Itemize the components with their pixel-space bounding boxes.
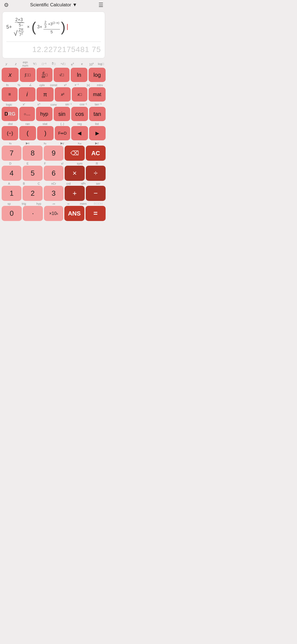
expr-5: 5+ [6,24,12,30]
btn-neg[interactable]: (−) [2,126,18,140]
btn-1[interactable]: 1 [2,186,21,201]
btn-x-squared[interactable]: x² [55,87,71,102]
label-angle: ∠ [25,83,36,87]
btn-equals-box[interactable]: ≡ [2,87,18,102]
label-ser: ser [91,182,106,185]
label-10x: 10x [87,62,96,66]
label-frac-icon: ⅟□ [30,62,39,66]
btn-4[interactable]: 4 [2,166,21,181]
label-ran: ran [19,122,36,125]
btn-ac[interactable]: AC [86,146,106,161]
expr-frac2: 2 3 +3(2−π) 5 [43,20,60,34]
btn-frac-dec[interactable]: F⇔D [55,126,70,140]
btn-6[interactable]: 6 [44,166,64,181]
btn-x-power[interactable]: x□ [72,87,88,102]
label-stat: stat [36,122,54,125]
label-logbox: log□ [96,62,106,66]
label-conv: conv [46,103,61,106]
label-z: z [11,62,20,66]
menu-icon[interactable]: ☰ [98,2,103,8]
label-cbrt: ∛□ [49,62,58,66]
label-dist: dist [2,122,19,125]
label-row-7: A B C nCr crd nPr ser [0,181,107,185]
label-ncr: nCr [46,182,61,185]
btn-row-7: 1 2 3 + − [0,185,107,201]
btn-pi[interactable]: π [37,87,54,102]
label-row-6: D E F x! sym R [0,161,107,165]
btn-mat[interactable]: mat [89,87,106,102]
btn-right-arrow[interactable]: ▶ [89,126,106,140]
expr-3plus: 3+ [37,24,42,29]
label-C: C [31,182,46,185]
label-eqn-num: eqn num [21,61,30,67]
btn-backspace[interactable]: ⌫ [65,146,84,161]
btn-close-paren[interactable]: ) [37,126,54,140]
label-xg: x⁹ [31,103,46,106]
btn-cos[interactable]: cos [71,107,88,121]
label-fn: fn [2,83,13,87]
label-row-2: fn % ∠ cplx const x³ x⁻¹ |x| mtrx [0,83,107,87]
label-list: list [88,122,106,125]
btn-drg[interactable]: DRG [2,107,18,121]
label-npr: nPr [76,182,91,185]
label-arctan: tan⁻¹ [91,103,106,106]
gear-icon[interactable]: ⚙ [4,2,9,8]
btn-sci-notation[interactable]: ×10x [44,206,63,221]
label-e: e [77,62,87,66]
btn-row-8: 0 · ×10x ANS = [0,205,107,222]
btn-divide[interactable]: ÷ [86,166,106,181]
label-trig: trig [16,202,31,205]
btn-ln[interactable]: ln [71,68,88,82]
btn-sin[interactable]: sin [54,107,70,121]
label-xfact: x! [54,162,71,165]
label-row-5: x₂ ▶x x₈ ▶y x₁₆ ▶z [0,141,107,145]
label-row-4: dist ran stat {..} reg list [0,122,107,125]
display-divider [6,42,101,42]
btn-0[interactable]: 0 [2,206,22,221]
btn-i-complex[interactable]: i [19,87,36,102]
label-bodh: BODH [91,202,106,205]
label-x8: x₈ [36,141,54,145]
btn-sqrt[interactable]: √□ [54,68,70,82]
label-row-3: logic xʳ x⁹ conv sin⁻¹ cos⁻¹ tan⁻¹ [0,102,107,106]
result-display: 12.2272175481 75 [6,44,101,55]
label-B: B [16,182,31,185]
btn-2[interactable]: 2 [23,186,42,201]
label-arrowz: ▶z [88,141,106,145]
btn-tan[interactable]: tan [89,107,106,121]
btn-3[interactable]: 3 [44,186,64,201]
btn-dots[interactable]: ○.... [19,107,35,121]
expression-area: 5+ 2+3 √ 5− 2π 72 [6,15,101,39]
btn-row-2: ≡ i π x² x□ mat [0,87,107,102]
btn-equals[interactable]: = [86,206,106,221]
label-reg: reg [71,122,88,125]
label-const: const [48,83,59,87]
btn-decimal[interactable]: · [23,206,43,221]
btn-derivative[interactable]: ddx□ [37,68,53,82]
btn-left-arrow[interactable]: ◀ [71,126,88,140]
btn-ans[interactable]: ANS [64,206,84,221]
btn-8[interactable]: 8 [23,146,42,161]
btn-log[interactable]: log [89,68,106,82]
label-x16: x₁₆ [71,141,88,145]
btn-5[interactable]: 5 [23,166,42,181]
label-hyp2: hyp [31,202,46,205]
label-x2: x₂ [2,141,19,145]
btn-subtract[interactable]: − [86,186,106,201]
btn-x-var[interactable]: x [2,68,19,82]
label-crd: crd [61,182,76,185]
calculator-display: 5+ 2+3 √ 5− 2π 72 [2,12,105,58]
btn-integral[interactable]: ∫□□ [20,68,36,82]
btn-7[interactable]: 7 [2,146,21,161]
label-R: R [88,162,106,165]
label-neg-inf: -∞ [46,202,61,205]
btn-hyp[interactable]: hyp [36,107,53,121]
btn-open-paren[interactable]: ( [19,126,36,140]
label-arrowx: ▶x [19,141,36,145]
btn-row-3: DRG ○.... hyp sin cos tan [0,106,107,122]
app-title[interactable]: Scientific Calculator ▼ [30,2,77,8]
btn-add[interactable]: + [65,186,84,201]
btn-9[interactable]: 9 [44,146,64,161]
btn-multiply[interactable]: × [65,166,84,181]
label-percent: % [13,83,25,87]
